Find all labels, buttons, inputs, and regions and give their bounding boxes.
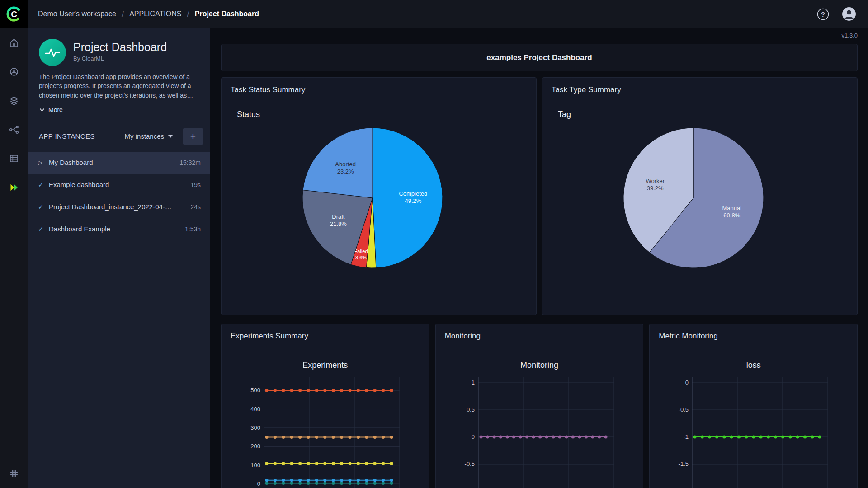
data-point bbox=[274, 436, 277, 439]
data-point bbox=[708, 436, 711, 439]
data-point bbox=[357, 436, 360, 439]
breadcrumb-item[interactable]: APPLICATIONS bbox=[129, 10, 181, 18]
pipelines-icon[interactable] bbox=[9, 124, 19, 135]
app-icon bbox=[39, 39, 66, 66]
monitoring-row: Experiments Summary Experiments500400300… bbox=[221, 324, 858, 488]
pie-chart-svg: Completed49.2%Failed3.6%Draft21.8%Aborte… bbox=[296, 121, 449, 275]
instance-duration: 24s bbox=[190, 203, 201, 211]
instances-filter-label: My instances bbox=[124, 132, 164, 140]
data-point bbox=[340, 436, 343, 439]
user-avatar[interactable] bbox=[842, 7, 856, 21]
instance-name: My Dashboard bbox=[49, 159, 179, 166]
data-point bbox=[290, 482, 293, 485]
data-point bbox=[298, 462, 302, 465]
data-point bbox=[290, 389, 293, 392]
data-point bbox=[323, 479, 326, 482]
instance-row[interactable]: ✓Dashboard Example1:53h bbox=[28, 218, 210, 240]
home-icon[interactable] bbox=[9, 38, 19, 48]
data-point bbox=[349, 482, 352, 485]
data-point bbox=[282, 482, 285, 485]
data-point bbox=[373, 389, 377, 392]
clearml-logo[interactable]: C bbox=[0, 0, 28, 28]
instance-row[interactable]: ▷My Dashboard15:32m bbox=[28, 152, 210, 174]
data-point bbox=[365, 479, 368, 482]
monitoring-line-chart: Monitoring10.50-0.5 bbox=[436, 361, 643, 488]
data-point bbox=[365, 389, 368, 392]
breadcrumb-item[interactable]: Project Dashboard bbox=[195, 10, 259, 18]
y-tick-label: 0 bbox=[257, 480, 260, 487]
data-point bbox=[298, 482, 302, 485]
data-point bbox=[298, 436, 302, 439]
data-point bbox=[332, 462, 335, 465]
data-point bbox=[357, 389, 360, 392]
data-point bbox=[390, 462, 393, 465]
data-point bbox=[519, 436, 522, 439]
task-status-card: Task Status Summary StatusCompleted49.2%… bbox=[221, 77, 537, 315]
data-point bbox=[265, 462, 269, 465]
data-point bbox=[745, 436, 748, 439]
y-tick-label: 0 bbox=[471, 433, 474, 440]
instance-name: Project Dashboard_instance_2022-04-… bbox=[49, 203, 190, 211]
data-point bbox=[716, 436, 719, 439]
data-point bbox=[723, 436, 726, 439]
data-point bbox=[382, 462, 385, 465]
data-point bbox=[382, 482, 385, 485]
applications-icon[interactable] bbox=[9, 182, 19, 193]
y-tick-label: 100 bbox=[250, 462, 260, 469]
card-title: Monitoring bbox=[436, 324, 643, 341]
metric-monitoring-card: Metric Monitoring loss0-0.5-1-1.5 bbox=[649, 324, 858, 488]
chart-title: Status bbox=[237, 110, 536, 119]
data-point bbox=[365, 436, 368, 439]
add-instance-button[interactable]: + bbox=[183, 128, 203, 145]
y-tick-label: -1 bbox=[684, 433, 689, 440]
data-point bbox=[382, 389, 385, 392]
instance-duration: 15:32m bbox=[179, 159, 201, 166]
data-point bbox=[532, 436, 535, 439]
data-point bbox=[525, 436, 528, 439]
app-title: Project Dashboard bbox=[73, 41, 167, 54]
community-slack-icon[interactable] bbox=[9, 468, 19, 479]
data-point bbox=[307, 482, 310, 485]
data-point bbox=[767, 436, 770, 439]
chart-title: Monitoring bbox=[436, 361, 643, 370]
pie-slice-label: Draft21.8% bbox=[330, 213, 347, 227]
y-tick-label: 0 bbox=[685, 379, 689, 386]
data-point bbox=[282, 389, 285, 392]
check-icon: ✓ bbox=[38, 203, 49, 211]
svg-text:C: C bbox=[11, 9, 17, 19]
projects-icon[interactable] bbox=[9, 66, 19, 77]
data-point bbox=[492, 436, 495, 439]
data-point bbox=[265, 482, 269, 485]
data-point bbox=[282, 479, 285, 482]
instance-row[interactable]: ✓Example dashboard19s bbox=[28, 174, 210, 196]
help-icon[interactable]: ? bbox=[817, 8, 829, 20]
instance-name: Example dashboard bbox=[49, 181, 190, 188]
workers-queues-icon[interactable] bbox=[9, 153, 19, 164]
more-button[interactable]: More bbox=[39, 106, 63, 113]
monitoring-card: Monitoring Monitoring10.50-0.5 bbox=[435, 324, 644, 488]
data-point bbox=[604, 436, 607, 439]
data-point bbox=[701, 436, 704, 439]
data-point bbox=[282, 436, 285, 439]
data-point bbox=[340, 479, 343, 482]
instances-filter-dropdown[interactable]: My instances bbox=[122, 132, 175, 141]
data-point bbox=[390, 482, 393, 485]
y-tick-label: -1.5 bbox=[679, 460, 689, 467]
data-point bbox=[265, 436, 269, 439]
experiments-line-chart: Experiments5004003002001000 bbox=[222, 361, 429, 488]
data-point bbox=[357, 479, 360, 482]
data-point bbox=[789, 436, 792, 439]
card-title: Metric Monitoring bbox=[650, 324, 857, 341]
clearml-logo-icon: C bbox=[6, 6, 22, 22]
data-point bbox=[382, 436, 385, 439]
check-icon: ✓ bbox=[38, 181, 49, 189]
data-point bbox=[818, 436, 821, 439]
version-label: v1.3.0 bbox=[221, 32, 858, 39]
y-tick-label: 400 bbox=[250, 406, 260, 413]
y-tick-label: 500 bbox=[250, 387, 260, 394]
data-point bbox=[332, 479, 335, 482]
breadcrumb-item[interactable]: Demo User's workspace bbox=[38, 10, 116, 18]
instance-row[interactable]: ✓Project Dashboard_instance_2022-04-…24s bbox=[28, 196, 210, 218]
datasets-icon[interactable] bbox=[9, 95, 19, 106]
pie-chart-svg: Manual60.8%Worker39.2% bbox=[617, 121, 770, 275]
